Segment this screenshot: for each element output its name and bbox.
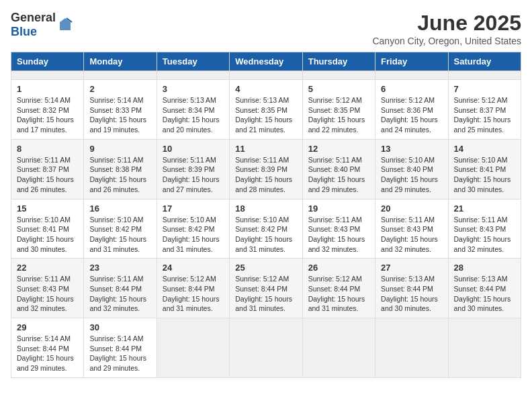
day-info: Sunrise: 5:13 AMSunset: 8:44 PMDaylight:… — [381, 274, 442, 314]
calendar-cell: 16Sunrise: 5:10 AMSunset: 8:42 PMDayligh… — [84, 199, 157, 259]
calendar-week-row — [11, 71, 521, 80]
day-info: Sunrise: 5:11 AMSunset: 8:40 PMDaylight:… — [308, 155, 369, 195]
calendar-week-row: 22Sunrise: 5:11 AMSunset: 8:43 PMDayligh… — [11, 259, 521, 318]
day-of-week-monday: Monday — [84, 52, 157, 71]
day-number: 22 — [17, 263, 78, 273]
day-number: 8 — [17, 144, 78, 154]
calendar-cell: 24Sunrise: 5:12 AMSunset: 8:44 PMDayligh… — [157, 259, 229, 318]
logo-text: General Blue — [11, 11, 56, 39]
day-info: Sunrise: 5:14 AMSunset: 8:33 PMDaylight:… — [89, 95, 150, 135]
day-of-week-friday: Friday — [375, 52, 448, 71]
day-info: Sunrise: 5:14 AMSunset: 8:44 PMDaylight:… — [17, 334, 78, 373]
day-info: Sunrise: 5:11 AMSunset: 8:39 PMDaylight:… — [235, 155, 296, 195]
calendar-cell: 28Sunrise: 5:13 AMSunset: 8:44 PMDayligh… — [448, 259, 521, 318]
day-number: 16 — [89, 203, 150, 214]
day-number: 26 — [308, 263, 369, 273]
calendar-cell: 25Sunrise: 5:12 AMSunset: 8:44 PMDayligh… — [230, 259, 302, 318]
logo-blue: Blue — [11, 25, 37, 38]
day-info: Sunrise: 5:11 AMSunset: 8:37 PMDaylight:… — [17, 155, 78, 195]
calendar-cell: 18Sunrise: 5:10 AMSunset: 8:42 PMDayligh… — [230, 199, 302, 259]
logo: General Blue — [11, 11, 73, 39]
calendar-cell: 6Sunrise: 5:12 AMSunset: 8:36 PMDaylight… — [375, 80, 448, 140]
calendar-cell: 15Sunrise: 5:10 AMSunset: 8:41 PMDayligh… — [11, 199, 84, 259]
day-info: Sunrise: 5:10 AMSunset: 8:40 PMDaylight:… — [381, 155, 442, 195]
day-info: Sunrise: 5:10 AMSunset: 8:41 PMDaylight:… — [17, 215, 78, 255]
calendar-table: SundayMondayTuesdayWednesdayThursdayFrid… — [11, 52, 521, 378]
day-number: 18 — [235, 203, 296, 214]
calendar-header-row: SundayMondayTuesdayWednesdayThursdayFrid… — [11, 52, 521, 71]
calendar-cell — [448, 318, 521, 378]
day-number: 6 — [381, 84, 442, 94]
day-info: Sunrise: 5:11 AMSunset: 8:43 PMDaylight:… — [17, 274, 78, 314]
calendar-cell — [84, 71, 157, 80]
day-number: 7 — [454, 84, 515, 94]
day-info: Sunrise: 5:11 AMSunset: 8:43 PMDaylight:… — [308, 215, 369, 255]
calendar-cell: 10Sunrise: 5:11 AMSunset: 8:39 PMDayligh… — [157, 139, 229, 199]
calendar-cell: 27Sunrise: 5:13 AMSunset: 8:44 PMDayligh… — [375, 259, 448, 318]
day-number: 10 — [163, 144, 224, 154]
day-info: Sunrise: 5:11 AMSunset: 8:43 PMDaylight:… — [381, 215, 442, 255]
day-number: 25 — [235, 263, 296, 273]
calendar-cell: 26Sunrise: 5:12 AMSunset: 8:44 PMDayligh… — [302, 259, 375, 318]
calendar-cell — [375, 318, 448, 378]
title-section: June 2025 Canyon City, Oregon, United St… — [372, 11, 521, 46]
calendar-week-row: 29Sunrise: 5:14 AMSunset: 8:44 PMDayligh… — [11, 318, 521, 378]
day-info: Sunrise: 5:12 AMSunset: 8:44 PMDaylight:… — [235, 274, 296, 314]
day-info: Sunrise: 5:14 AMSunset: 8:32 PMDaylight:… — [17, 95, 78, 135]
location: Canyon City, Oregon, United States — [372, 36, 521, 46]
day-info: Sunrise: 5:12 AMSunset: 8:35 PMDaylight:… — [308, 95, 369, 135]
calendar-cell: 13Sunrise: 5:10 AMSunset: 8:40 PMDayligh… — [375, 139, 448, 199]
day-number: 19 — [308, 203, 369, 214]
day-info: Sunrise: 5:10 AMSunset: 8:41 PMDaylight:… — [454, 155, 515, 195]
calendar-cell — [302, 71, 375, 80]
calendar-cell: 5Sunrise: 5:12 AMSunset: 8:35 PMDaylight… — [302, 80, 375, 140]
page-header: General Blue June 2025 Canyon City, Oreg… — [11, 11, 521, 46]
calendar-cell: 12Sunrise: 5:11 AMSunset: 8:40 PMDayligh… — [302, 139, 375, 199]
day-info: Sunrise: 5:13 AMSunset: 8:44 PMDaylight:… — [454, 274, 515, 314]
calendar-cell: 3Sunrise: 5:13 AMSunset: 8:34 PMDaylight… — [157, 80, 229, 140]
day-number: 30 — [89, 322, 150, 332]
calendar-cell — [375, 71, 448, 80]
calendar-cell: 9Sunrise: 5:11 AMSunset: 8:38 PMDaylight… — [84, 139, 157, 199]
calendar-cell: 29Sunrise: 5:14 AMSunset: 8:44 PMDayligh… — [11, 318, 84, 378]
day-number: 15 — [17, 203, 78, 214]
calendar-cell: 21Sunrise: 5:11 AMSunset: 8:43 PMDayligh… — [448, 199, 521, 259]
day-of-week-sunday: Sunday — [11, 52, 84, 71]
day-number: 3 — [163, 84, 224, 94]
calendar-week-row: 1Sunrise: 5:14 AMSunset: 8:32 PMDaylight… — [11, 80, 521, 140]
day-number: 23 — [89, 263, 150, 273]
day-number: 20 — [381, 203, 442, 214]
calendar-cell: 19Sunrise: 5:11 AMSunset: 8:43 PMDayligh… — [302, 199, 375, 259]
logo-icon — [57, 17, 73, 33]
day-of-week-saturday: Saturday — [448, 52, 521, 71]
day-info: Sunrise: 5:11 AMSunset: 8:44 PMDaylight:… — [89, 274, 150, 314]
calendar-cell: 11Sunrise: 5:11 AMSunset: 8:39 PMDayligh… — [230, 139, 302, 199]
day-number: 28 — [454, 263, 515, 273]
day-number: 2 — [89, 84, 150, 94]
day-info: Sunrise: 5:10 AMSunset: 8:42 PMDaylight:… — [235, 215, 296, 255]
day-number: 13 — [381, 144, 442, 154]
calendar-cell: 7Sunrise: 5:12 AMSunset: 8:37 PMDaylight… — [448, 80, 521, 140]
day-of-week-tuesday: Tuesday — [157, 52, 229, 71]
day-of-week-thursday: Thursday — [302, 52, 375, 71]
calendar-cell: 4Sunrise: 5:13 AMSunset: 8:35 PMDaylight… — [230, 80, 302, 140]
day-info: Sunrise: 5:10 AMSunset: 8:42 PMDaylight:… — [89, 215, 150, 255]
calendar-cell — [230, 318, 302, 378]
day-info: Sunrise: 5:12 AMSunset: 8:44 PMDaylight:… — [163, 274, 224, 314]
day-info: Sunrise: 5:13 AMSunset: 8:34 PMDaylight:… — [163, 95, 224, 135]
calendar-cell: 2Sunrise: 5:14 AMSunset: 8:33 PMDaylight… — [84, 80, 157, 140]
day-info: Sunrise: 5:11 AMSunset: 8:39 PMDaylight:… — [163, 155, 224, 195]
day-info: Sunrise: 5:11 AMSunset: 8:38 PMDaylight:… — [89, 155, 150, 195]
calendar-cell: 14Sunrise: 5:10 AMSunset: 8:41 PMDayligh… — [448, 139, 521, 199]
day-info: Sunrise: 5:14 AMSunset: 8:44 PMDaylight:… — [89, 334, 150, 373]
day-info: Sunrise: 5:12 AMSunset: 8:44 PMDaylight:… — [308, 274, 369, 314]
day-number: 24 — [163, 263, 224, 273]
logo-general: General — [11, 11, 56, 24]
day-number: 17 — [163, 203, 224, 214]
day-number: 14 — [454, 144, 515, 154]
day-number: 11 — [235, 144, 296, 154]
day-number: 9 — [89, 144, 150, 154]
calendar-cell — [230, 71, 302, 80]
calendar-cell: 17Sunrise: 5:10 AMSunset: 8:42 PMDayligh… — [157, 199, 229, 259]
calendar-cell — [448, 71, 521, 80]
